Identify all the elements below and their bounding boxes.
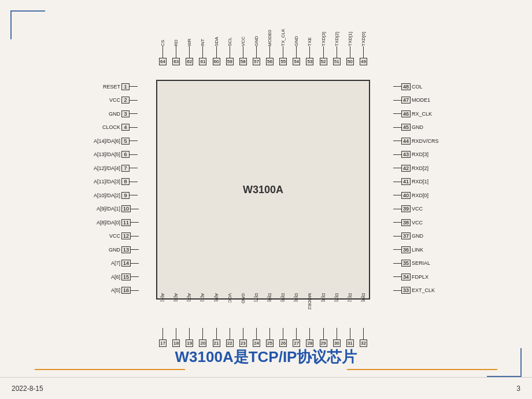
pin-line: [393, 222, 401, 223]
bottom-pin-31: 31D[1]: [343, 293, 357, 347]
pin-name: A[3]: [173, 293, 179, 328]
pin-line: [296, 328, 297, 339]
pin-name: A[11]/DA[3]: [81, 179, 121, 184]
pin-name: INT: [200, 12, 205, 46]
right-pin-45: GND45: [393, 121, 451, 135]
bottom-pin-32: 32D[0]: [357, 293, 370, 347]
pin-line: [337, 46, 337, 58]
pin-number: 38: [401, 219, 411, 226]
top-pin-64: CS64: [156, 12, 169, 65]
pin-number: 55: [279, 58, 287, 65]
right-pin-35: SERIAL35: [393, 257, 451, 271]
top-pin-52: TXD[3]52: [317, 12, 330, 65]
pin-name: GND: [411, 233, 451, 239]
pin-line: [130, 86, 138, 87]
pin-line: [176, 328, 176, 339]
left-pin-7: A[12]/DA[4]7: [81, 161, 139, 175]
top-pin-51: TXD[2]51: [330, 12, 343, 65]
top-pin-59: SCL59: [223, 12, 237, 65]
pin-number: 28: [306, 339, 313, 347]
pin-name: D[7]: [254, 293, 259, 328]
pin-name: A[13]/DA[5]: [81, 152, 121, 157]
top-pin-53: TXE53: [303, 12, 316, 65]
pin-number: 23: [239, 339, 247, 347]
pin-name: A[8]/DA[0]: [81, 220, 121, 226]
pin-name: VCC: [411, 220, 451, 226]
pin-number: 51: [333, 58, 341, 65]
pin-line: [393, 249, 401, 250]
pin-number: 31: [346, 339, 354, 347]
pin-number: 5: [121, 138, 130, 145]
pin-name: D[0]: [361, 293, 366, 328]
pin-number: 44: [401, 138, 411, 145]
bottom-pin-21: 21A[0]: [210, 293, 223, 347]
left-pin-9: A[10]/DA[2]9: [81, 189, 139, 202]
pin-line: [243, 46, 243, 58]
left-pin-15: A[6]15: [81, 270, 139, 284]
pin-line: [202, 46, 203, 58]
left-pin-2: VCC2: [81, 94, 139, 108]
left-pin-13: GND13: [81, 243, 139, 257]
pin-name: A[9]/DA[1]: [81, 206, 121, 212]
pin-line: [176, 46, 176, 58]
pin-number: 13: [121, 246, 131, 253]
left-pin-10: A[9]/DA[1]10: [81, 202, 139, 216]
pin-name: RX_CLK: [411, 111, 451, 117]
left-pin-6: A[13]/DA[5]6: [81, 148, 139, 162]
pin-line: [393, 182, 401, 182]
top-pin-61: INT61: [196, 12, 209, 65]
pin-name: A[10]/DA[2]: [81, 193, 121, 198]
pin-name: SERIAL: [411, 260, 451, 266]
pin-line: [230, 46, 230, 58]
pin-line: [269, 328, 270, 339]
pin-number: 61: [199, 58, 206, 65]
pin-name: GND: [294, 12, 299, 46]
pin-number: 64: [159, 58, 167, 65]
pin-line: [323, 46, 324, 58]
pin-number: 48: [401, 83, 411, 90]
pin-number: 12: [121, 232, 131, 239]
right-pin-33: EXT_CLK33: [393, 284, 451, 298]
pin-number: 60: [213, 58, 220, 65]
pin-line: [393, 290, 401, 291]
pin-number: 10: [121, 205, 131, 212]
bottom-pin-25: 25D[6]: [263, 293, 276, 347]
pin-number: 41: [401, 178, 411, 185]
top-pin-54: GND54: [290, 12, 303, 65]
pin-name: GND: [254, 12, 259, 46]
pin-number: 42: [401, 165, 411, 172]
right-pin-47: MODE147: [393, 94, 451, 108]
pin-line: [216, 46, 217, 58]
top-pin-63: RD63: [169, 12, 183, 65]
pin-number: 26: [279, 339, 287, 347]
pin-name: A[5]: [81, 287, 121, 293]
pin-line: [202, 328, 203, 339]
pin-name: LINK: [411, 247, 451, 253]
pin-name: D[4]: [294, 293, 299, 328]
pin-line: [393, 195, 401, 195]
pin-name: VCC: [227, 293, 232, 328]
pin-number: 58: [239, 58, 247, 65]
left-pin-11: A[8]/DA[0]11: [81, 216, 139, 230]
bottom-pin-20: 20A[1]: [196, 293, 209, 347]
slide-title: W3100A是TCP/IP协议芯片: [0, 347, 532, 367]
pin-line: [131, 249, 139, 250]
right-pin-48: COL48: [393, 80, 451, 94]
pin-name: D[3]: [321, 293, 326, 328]
right-pins-group: COL48MODE147RX_CLK46GND45RXDV/CRS44RXD[3…: [393, 80, 451, 297]
pin-line: [189, 46, 190, 58]
pin-number: 46: [401, 110, 411, 117]
pin-line: [393, 168, 401, 168]
right-pin-44: RXDV/CRS44: [393, 134, 451, 148]
pin-number: 14: [121, 260, 131, 267]
pin-name: MODE0: [267, 12, 272, 46]
bottom-pin-23: 23GND: [237, 293, 250, 347]
pin-line: [130, 154, 138, 155]
pin-name: MODE2: [307, 293, 312, 328]
pin-line: [230, 328, 230, 339]
left-pin-3: GND3: [81, 107, 139, 121]
pin-line: [393, 236, 401, 237]
right-pin-38: VCC38: [393, 216, 451, 230]
pin-number: 7: [121, 165, 130, 172]
pin-number: 17: [159, 339, 167, 347]
